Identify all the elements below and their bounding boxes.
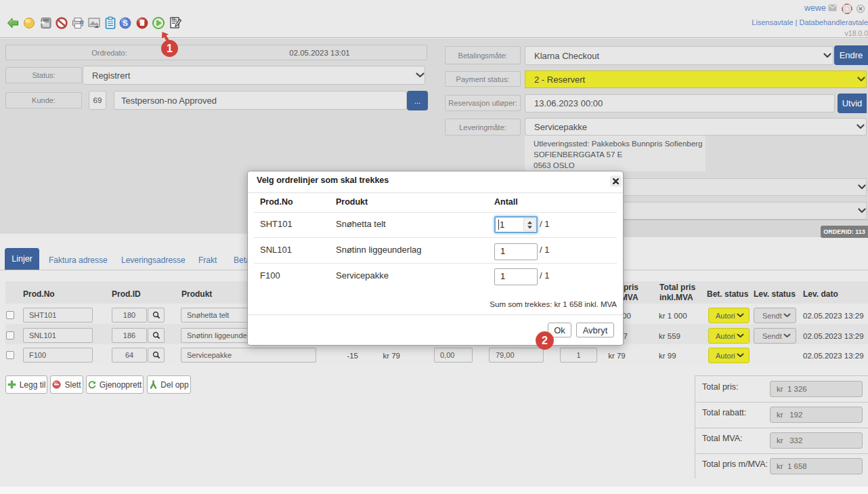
svg-text:S: S	[123, 19, 128, 27]
